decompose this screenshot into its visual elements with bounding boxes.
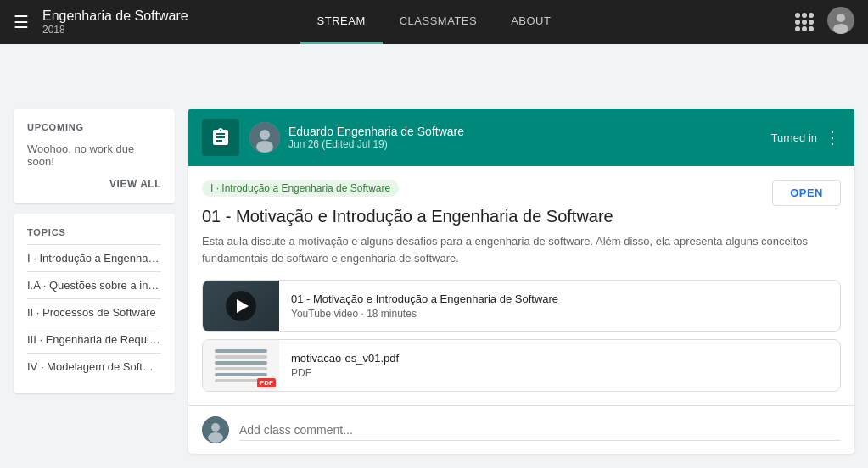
pdf-attachment-name: motivacao-es_v01.pdf bbox=[291, 352, 828, 365]
post-body: OPEN I · Introdução a Engenharia de Soft… bbox=[188, 166, 854, 405]
no-work-message: Woohoo, no work due soon! bbox=[27, 142, 161, 168]
pdf-thumbnail: PDF bbox=[203, 340, 279, 391]
svg-point-7 bbox=[211, 423, 220, 432]
upcoming-title: UPCOMING bbox=[27, 122, 161, 132]
assignment-svg bbox=[210, 127, 231, 148]
video-attachment-meta: YouTube video · 18 minutes bbox=[291, 308, 828, 320]
topic-item-4[interactable]: III · Engenharia de Requisit... bbox=[27, 326, 161, 353]
nav-stream[interactable]: STREAM bbox=[300, 0, 383, 44]
post-user-info: Eduardo Engenharia de Software Jun 26 (E… bbox=[288, 125, 771, 150]
topics-title: TOPICS bbox=[27, 227, 161, 237]
user-avatar bbox=[249, 122, 280, 153]
course-year: 2018 bbox=[42, 24, 188, 36]
svg-point-2 bbox=[833, 24, 848, 34]
apps-icon[interactable] bbox=[795, 13, 814, 31]
account-icon[interactable] bbox=[827, 7, 854, 38]
post-description: Esta aula discute a motivação e alguns d… bbox=[202, 233, 841, 266]
svg-point-5 bbox=[256, 141, 273, 153]
main-nav: STREAM CLASSMATES ABOUT bbox=[300, 0, 568, 44]
content-area: Eduardo Engenharia de Software Jun 26 (E… bbox=[188, 109, 854, 454]
topic-item-5[interactable]: IV · Modelagem de Software bbox=[27, 353, 161, 380]
avatar-svg bbox=[249, 122, 280, 153]
turned-in-label: Turned in bbox=[771, 131, 817, 144]
video-attachment-name: 01 - Motivação e Introdução a Engenharia… bbox=[291, 292, 828, 305]
video-thumbnail bbox=[203, 281, 279, 332]
comment-section bbox=[188, 405, 854, 454]
menu-icon[interactable]: ☰ bbox=[14, 12, 29, 32]
commenter-avatar bbox=[202, 416, 229, 443]
topics-section: TOPICS I · Introdução a Engenharia... I.… bbox=[14, 214, 175, 393]
pdf-attachment-meta: PDF bbox=[291, 367, 828, 379]
main-layout: UPCOMING Woohoo, no work due soon! VIEW … bbox=[0, 95, 868, 467]
header-actions bbox=[795, 7, 854, 38]
assignment-icon bbox=[202, 119, 239, 156]
course-banner bbox=[0, 44, 868, 95]
view-all-button[interactable]: VIEW ALL bbox=[27, 178, 161, 190]
video-attachment-info: 01 - Motivação e Introdução a Engenharia… bbox=[279, 284, 840, 328]
commenter-avatar-svg bbox=[202, 416, 229, 443]
attachments-list: 01 - Motivação e Introdução a Engenharia… bbox=[202, 280, 841, 392]
nav-about[interactable]: ABOUT bbox=[494, 0, 568, 44]
svg-point-1 bbox=[837, 14, 845, 22]
sidebar: UPCOMING Woohoo, no work due soon! VIEW … bbox=[14, 109, 175, 454]
nav-classmates[interactable]: CLASSMATES bbox=[383, 0, 494, 44]
topic-tag[interactable]: I · Introdução a Engenharia de Software bbox=[202, 180, 399, 197]
more-options-button[interactable]: ⋮ bbox=[824, 127, 841, 148]
topic-item-2[interactable]: I.A · Questões sobre a intro... bbox=[27, 271, 161, 298]
post-user-name: Eduardo Engenharia de Software bbox=[288, 125, 771, 138]
post-title: 01 - Motivação e Introdução a Engenharia… bbox=[202, 207, 841, 226]
post-header: Eduardo Engenharia de Software Jun 26 (E… bbox=[188, 109, 854, 166]
video-attachment[interactable]: 01 - Motivação e Introdução a Engenharia… bbox=[202, 280, 841, 332]
course-title: Engenharia de Software bbox=[42, 8, 188, 24]
topic-item-3[interactable]: II · Processos de Software bbox=[27, 298, 161, 326]
pdf-stamp: PDF bbox=[257, 378, 276, 387]
upcoming-section: UPCOMING Woohoo, no work due soon! VIEW … bbox=[14, 109, 175, 203]
post-card: Eduardo Engenharia de Software Jun 26 (E… bbox=[188, 109, 854, 454]
header-title: Engenharia de Software 2018 bbox=[42, 8, 188, 36]
svg-point-8 bbox=[208, 432, 223, 443]
header: ☰ Engenharia de Software 2018 STREAM CLA… bbox=[0, 0, 868, 44]
pdf-attachment-info: motivacao-es_v01.pdf PDF bbox=[279, 343, 840, 387]
comment-input[interactable] bbox=[239, 420, 841, 441]
play-button-icon bbox=[226, 291, 256, 321]
svg-point-4 bbox=[260, 130, 270, 140]
open-button[interactable]: OPEN bbox=[772, 180, 841, 206]
pdf-attachment[interactable]: PDF motivacao-es_v01.pdf PDF bbox=[202, 339, 841, 392]
topic-item-1[interactable]: I · Introdução a Engenharia... bbox=[27, 244, 161, 271]
post-user-date: Jun 26 (Edited Jul 19) bbox=[288, 138, 771, 150]
